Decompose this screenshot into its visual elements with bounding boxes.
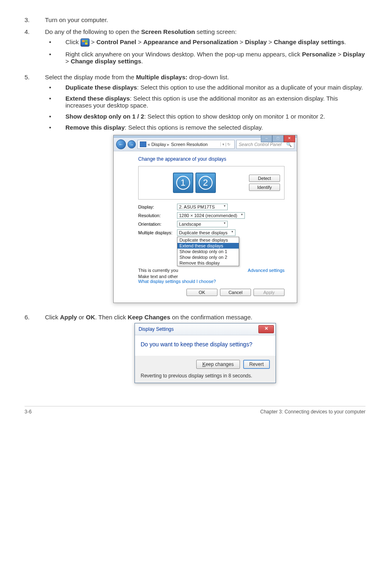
dialog-message: Do you want to keep these display settin… [135, 335, 276, 356]
multiple-displays-select[interactable]: Duplicate these displays [177, 229, 235, 236]
step-text: Select the display mode from the [45, 74, 136, 81]
step-bold: Apply [60, 314, 77, 321]
help-link[interactable]: What display settings should I choose? [138, 279, 285, 284]
dropdown-option[interactable]: Show desktop only on 1 [177, 249, 239, 254]
bullet: • [45, 51, 65, 65]
label-display: Display: [138, 204, 177, 209]
info-text: This is currently you [138, 268, 178, 273]
keep-changes-button[interactable]: Keep changes [196, 360, 240, 369]
ok-button[interactable]: OK [186, 289, 217, 296]
substep-text: Click > Control Panel > Appearance and P… [65, 38, 365, 47]
substep-text: Show desktop only on 1 / 2: Select this … [65, 113, 365, 120]
bullet: • [45, 124, 65, 131]
detect-button[interactable]: Detect [249, 175, 280, 182]
monitor-1[interactable]: 1 [173, 173, 193, 193]
resolution-select[interactable]: 1280 × 1024 (recommended) [177, 212, 245, 219]
display-select[interactable]: 2. ASUS PM17TS [177, 204, 228, 210]
label-multiple-displays: Multiple displays: [138, 230, 177, 235]
step-text: drop-down list. [187, 74, 229, 81]
substep-text: Duplicate these displays: Select this op… [65, 84, 365, 91]
step-bold: Multiple displays: [136, 74, 188, 81]
step-text: Do any of the following to open the [45, 28, 141, 35]
windows-start-icon [81, 38, 90, 47]
monitor-2[interactable]: 2 [195, 173, 216, 193]
label-resolution: Resolution: [138, 213, 177, 218]
bullet: • [45, 95, 65, 109]
step-text: Click [45, 314, 60, 321]
multiple-displays-dropdown: Duplicate these displays Extend these di… [177, 237, 239, 266]
chapter-title: Chapter 3: Connecting devices to your co… [260, 409, 365, 415]
dropdown-option[interactable]: Show desktop only on 2 [177, 254, 239, 260]
identify-button[interactable]: Identify [249, 184, 280, 191]
label-orientation: Orientation: [138, 222, 177, 227]
substep-text: Extend these displays: Select this optio… [65, 95, 365, 109]
display-preview: 1 2 Detect Identify [138, 166, 285, 200]
folder-icon [140, 141, 146, 147]
step-text: on the confirmation message. [170, 314, 253, 321]
step-number: 6. [25, 314, 45, 386]
step-bold: OK [86, 314, 95, 321]
substep-text: Right click anywhere on your Windows des… [65, 51, 365, 65]
step-text: . Then click [95, 314, 128, 321]
dropdown-option[interactable]: Extend these displays [177, 243, 239, 249]
dialog-footer-text: Reverting to previous display settings i… [135, 373, 276, 383]
step-number: 3. [25, 16, 45, 23]
step-number: 5. [25, 74, 45, 309]
cancel-button[interactable]: Cancel [220, 289, 251, 296]
orientation-select[interactable]: Landscape [177, 221, 228, 227]
breadcrumb[interactable]: « Display ▸ Screen Resolution ▾ | ↻ [137, 140, 235, 149]
step-text: Turn on your computer. [45, 16, 365, 23]
step-bold: Screen Resolution [141, 28, 195, 35]
advanced-settings-link[interactable]: Advanced settings [248, 268, 285, 273]
step-text: or [77, 314, 86, 321]
back-button[interactable]: ← [116, 139, 126, 149]
dropdown-option[interactable]: Remove this display [177, 260, 239, 266]
close-button[interactable]: ✕ [258, 325, 274, 333]
screen-resolution-window: – □ ✕ ← → « Display ▸ Screen Resolution … [113, 135, 297, 303]
close-button[interactable]: ✕ [284, 135, 295, 142]
info-text: Make text and other [138, 274, 285, 279]
revert-button[interactable]: Revert [243, 360, 270, 369]
dropdown-option[interactable]: Duplicate these displays [177, 237, 239, 243]
page-number: 3-6 [25, 409, 31, 415]
step-bold: Keep Changes [128, 314, 170, 321]
substep-text: Remove this display: Select this options… [65, 124, 365, 131]
bullet: • [45, 84, 65, 91]
bullet: • [45, 38, 65, 47]
forward-button[interactable]: → [128, 140, 136, 148]
search-icon: 🔍 [286, 142, 292, 147]
bullet: • [45, 113, 65, 120]
step-text: setting screen: [195, 28, 237, 35]
minimize-button[interactable]: – [261, 135, 272, 142]
step-number: 4. [25, 28, 45, 69]
maximize-button[interactable]: □ [272, 135, 284, 142]
display-settings-dialog: Display Settings ✕ Do you want to keep t… [134, 323, 276, 383]
dialog-title: Display Settings [139, 326, 174, 332]
apply-button[interactable]: Apply [253, 289, 285, 296]
page-heading: Change the appearance of your displays [138, 156, 285, 162]
